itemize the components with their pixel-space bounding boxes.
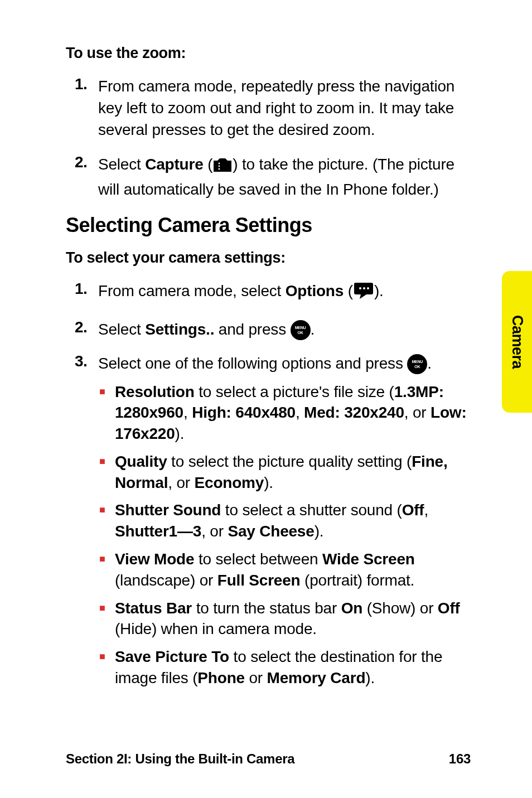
icon-label-menu: MENU — [291, 326, 311, 330]
bold-text: Status Bar — [115, 599, 192, 617]
icon-label-ok: OK — [407, 365, 427, 369]
settings-lede: To select your camera settings: — [66, 249, 467, 267]
bold-text: Settings.. — [145, 321, 214, 338]
option-text: Save Picture To to select the destinatio… — [115, 646, 467, 689]
list-item: 2. Select Capture () to take the picture… — [66, 153, 467, 200]
text: (landscape) or — [115, 572, 217, 589]
text: . — [311, 321, 315, 338]
list-item: 1. From camera mode, repeatedly press th… — [66, 75, 467, 141]
bold-text: Capture — [145, 156, 203, 173]
bold-text: Quality — [115, 453, 167, 470]
text: , or — [201, 523, 228, 540]
list-item: 3. Select one of the following options a… — [66, 352, 467, 695]
step-number: 3. — [66, 352, 98, 370]
side-tab: Camera — [502, 271, 532, 413]
text: ). — [264, 474, 273, 491]
text: . — [427, 355, 432, 372]
text: Select one of the following options and … — [98, 355, 407, 372]
zoom-lede: To use the zoom: — [66, 45, 467, 62]
zoom-steps: 1. From camera mode, repeatedly press th… — [66, 75, 467, 200]
bold-text: Options — [286, 282, 344, 299]
step-text: Select Capture () to take the picture. (… — [98, 153, 467, 200]
menu-ok-icon: MENUOK — [407, 354, 427, 374]
text: ( — [204, 156, 213, 173]
icon-label-menu: MENU — [407, 360, 427, 364]
text: ). — [374, 282, 384, 299]
text: (portrait) format. — [301, 572, 415, 589]
text: ). — [315, 523, 324, 540]
page-footer: Section 2I: Using the Built-in Camera 16… — [66, 751, 471, 767]
text: to select between — [194, 550, 322, 568]
text: Select — [98, 321, 145, 338]
svg-point-4 — [363, 287, 365, 289]
bold-text: Off — [402, 501, 424, 519]
text: to turn the status bar — [192, 599, 341, 617]
text: , — [296, 404, 304, 421]
bold-text: Resolution — [115, 383, 195, 400]
bold-text: Phone — [197, 669, 245, 686]
bold-text: Save Picture To — [115, 648, 229, 665]
list-item: 2. Select Settings.. and press MENUOK. — [66, 318, 467, 340]
menu-ok-icon: MENUOK — [291, 320, 311, 340]
step-text: Select one of the following options and … — [98, 352, 467, 695]
bold-text: Memory Card — [267, 669, 366, 686]
step-number: 1. — [66, 75, 98, 93]
step-text: From camera mode, repeatedly press the n… — [98, 75, 467, 141]
list-item: ■ Status Bar to turn the status bar On (… — [98, 598, 467, 640]
text: or — [245, 669, 267, 686]
list-item: ■ Quality to select the picture quality … — [98, 451, 467, 494]
text: and press — [214, 321, 290, 338]
text: to select a picture's file size ( — [195, 383, 394, 400]
settings-options: ■ Resolution to select a picture's file … — [98, 381, 467, 689]
bold-text: Shutter Sound — [115, 501, 221, 519]
bullet-icon: ■ — [98, 500, 115, 520]
option-text: Resolution to select a picture's file si… — [115, 381, 467, 444]
speech-bubble-icon — [353, 282, 374, 306]
option-text: Shutter Sound to select a shutter sound … — [115, 500, 467, 542]
text: From camera mode, select — [98, 282, 286, 299]
footer-page-number: 163 — [449, 751, 471, 767]
text: (Hide) when in camera mode. — [115, 620, 317, 637]
svg-point-0 — [219, 162, 220, 164]
text: (Show) or — [362, 599, 438, 617]
list-item: ■ Resolution to select a picture's file … — [98, 381, 467, 444]
bullet-icon: ■ — [98, 451, 115, 471]
text: to select the picture quality setting ( — [167, 453, 412, 470]
option-text: Quality to select the picture quality se… — [115, 451, 467, 494]
text: Select — [98, 156, 145, 173]
step-number: 1. — [66, 280, 98, 298]
text: , — [183, 404, 192, 421]
camera-icon — [212, 157, 233, 178]
option-text: Status Bar to turn the status bar On (Sh… — [115, 598, 467, 640]
bullet-icon: ■ — [98, 549, 115, 569]
icon-label-ok: OK — [291, 331, 311, 335]
bold-text: View Mode — [115, 550, 194, 568]
bullet-icon: ■ — [98, 381, 115, 402]
list-item: ■ Shutter Sound to select a shutter soun… — [98, 500, 467, 542]
bold-text: Wide Screen — [322, 550, 415, 568]
svg-point-3 — [359, 287, 361, 289]
bold-text: High: 640x480 — [192, 404, 296, 421]
svg-point-1 — [219, 165, 220, 167]
settings-heading: Selecting Camera Settings — [66, 214, 467, 237]
list-item: ■ View Mode to select between Wide Scree… — [98, 549, 467, 591]
bold-text: Off — [438, 599, 460, 617]
bullet-icon: ■ — [98, 646, 115, 666]
bold-text: Economy — [195, 474, 264, 491]
bold-text: Say Cheese — [228, 523, 314, 540]
text: , or — [168, 474, 194, 491]
option-text: View Mode to select between Wide Screen … — [115, 549, 467, 591]
bold-text: Med: 320x240 — [304, 404, 404, 421]
list-item: ■ Save Picture To to select the destinat… — [98, 646, 467, 689]
bold-text: Full Screen — [217, 572, 301, 589]
settings-steps: 1. From camera mode, select Options (). … — [66, 280, 467, 695]
text: to select a shutter sound ( — [221, 501, 402, 519]
bold-text: On — [341, 599, 362, 617]
bullet-icon: ■ — [98, 598, 115, 618]
text: ( — [344, 282, 353, 299]
svg-point-2 — [219, 168, 220, 170]
footer-section: Section 2I: Using the Built-in Camera — [66, 751, 294, 767]
step-number: 2. — [66, 153, 98, 171]
step-number: 2. — [66, 318, 98, 336]
step-text: Select Settings.. and press MENUOK. — [98, 318, 467, 340]
